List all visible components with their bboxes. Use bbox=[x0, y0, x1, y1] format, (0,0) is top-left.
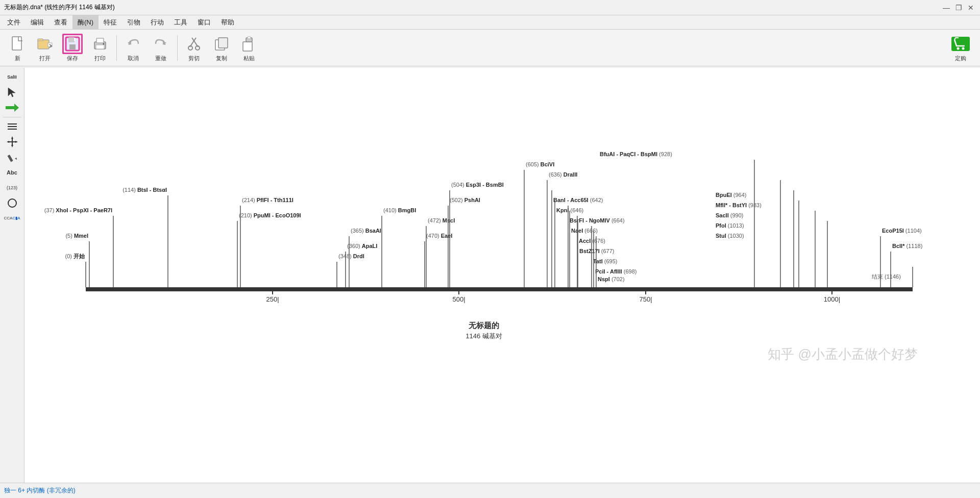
svg-text:(504) Esp3I - BsmBI: (504) Esp3I - BsmBI bbox=[451, 182, 504, 188]
print-label: 打印 bbox=[94, 55, 106, 62]
new-button[interactable]: 新 bbox=[4, 33, 31, 63]
dna-baseline bbox=[86, 287, 913, 291]
svg-rect-21 bbox=[243, 42, 252, 51]
svg-text:250|: 250| bbox=[266, 295, 279, 303]
sidebar-item-pencil[interactable] bbox=[2, 150, 22, 164]
paste-label: 粘贴 bbox=[243, 55, 255, 62]
svg-text:(0) 开始: (0) 开始 bbox=[65, 253, 86, 259]
svg-text:无标题的: 无标题的 bbox=[468, 321, 499, 330]
print-button[interactable]: 打印 bbox=[87, 33, 113, 63]
svg-text:(37) XhoI - PspXI - PaeR7I: (37) XhoI - PspXI - PaeR7I bbox=[44, 207, 112, 213]
svg-text:500|: 500| bbox=[452, 295, 465, 303]
svg-text:BstZ17I (677): BstZ17I (677) bbox=[579, 248, 615, 254]
svg-text:StuI (1030): StuI (1030) bbox=[716, 233, 744, 239]
svg-text:PciI - AflIII (698): PciI - AflIII (698) bbox=[595, 268, 637, 275]
svg-rect-0 bbox=[12, 37, 21, 50]
bottom-status: 独一 6+ 内切酶 (非冗余的) bbox=[0, 483, 980, 498]
svg-text:(636) DraIII: (636) DraIII bbox=[549, 171, 577, 178]
sidebar-item-abc[interactable]: Abc bbox=[2, 165, 22, 180]
svg-rect-8 bbox=[74, 38, 76, 41]
sidebar-item-cca[interactable]: CCAC▮A bbox=[2, 211, 22, 226]
titlebar: 无标题的.dna* (线性的序列 1146 碱基对) — ❐ ✕ bbox=[0, 0, 980, 15]
svg-text:(360) ApaLI: (360) ApaLI bbox=[347, 243, 377, 249]
print-icon bbox=[90, 34, 110, 54]
menu-edit[interactable]: 编辑 bbox=[26, 15, 49, 29]
new-icon bbox=[7, 34, 28, 54]
svg-rect-7 bbox=[69, 44, 76, 49]
menu-action[interactable]: 行动 bbox=[145, 15, 169, 29]
svg-marker-27 bbox=[8, 88, 15, 97]
svg-marker-40 bbox=[15, 158, 17, 160]
copy-icon bbox=[211, 34, 232, 54]
svg-rect-39 bbox=[7, 155, 13, 162]
svg-text:EcoP15I (1104): EcoP15I (1104) bbox=[882, 228, 922, 234]
svg-text:(348) DrdI: (348) DrdI bbox=[338, 253, 364, 259]
svg-point-41 bbox=[8, 199, 16, 207]
svg-text:1000|: 1000| bbox=[824, 295, 840, 303]
salii-icon: SalII bbox=[5, 71, 20, 83]
paste-button[interactable]: 粘贴 bbox=[236, 33, 262, 63]
cart-button[interactable]: 定购 bbox=[945, 33, 976, 63]
svg-text:1146 碱基对: 1146 碱基对 bbox=[465, 332, 502, 340]
sidebar-item-arrow[interactable] bbox=[2, 101, 22, 115]
svg-text:(210) PpuMI - EcoO109I: (210) PpuMI - EcoO109I bbox=[239, 212, 301, 218]
maximize-button[interactable]: ❐ bbox=[953, 3, 964, 13]
svg-marker-38 bbox=[15, 141, 18, 143]
menu-enzyme[interactable]: 酶(N) bbox=[72, 15, 99, 29]
save-label: 保存 bbox=[67, 55, 78, 62]
cart-label: 定购 bbox=[955, 55, 966, 62]
svg-marker-37 bbox=[7, 141, 9, 143]
sidebar-item-123[interactable]: (123) bbox=[2, 181, 22, 195]
sidebar-item-select[interactable] bbox=[2, 85, 22, 99]
cut-label: 剪切 bbox=[188, 55, 200, 62]
undo-button[interactable]: 取消 bbox=[120, 33, 146, 63]
paste-icon bbox=[239, 34, 259, 54]
open-icon bbox=[35, 34, 55, 54]
svg-point-12 bbox=[103, 43, 105, 44]
svg-text:(502) PshAI: (502) PshAI bbox=[450, 197, 480, 203]
svg-rect-24 bbox=[951, 37, 970, 51]
save-button[interactable]: 保存 bbox=[59, 33, 86, 63]
menu-primer[interactable]: 引物 bbox=[122, 15, 145, 29]
pencil-icon bbox=[5, 152, 20, 163]
svg-text:AccI (676): AccI (676) bbox=[579, 238, 605, 244]
svg-text:BfuAI - PaqCI - BspMI (928): BfuAI - PaqCI - BspMI (928) bbox=[600, 151, 672, 157]
menubar: 文件 编辑 查看 酶(N) 特征 引物 行动 工具 窗口 帮助 bbox=[0, 15, 980, 30]
sidebar-divider-1 bbox=[3, 117, 21, 117]
sidebar-item-circle[interactable] bbox=[2, 196, 22, 210]
redo-icon bbox=[151, 34, 171, 54]
plus-arrows-icon bbox=[5, 136, 20, 147]
circle-icon bbox=[5, 197, 20, 209]
restriction-map: 250| 500| 750| 1000| 无标题的 1146 碱基对 (0) 开… bbox=[24, 68, 980, 483]
title-text: 无标题的.dna* (线性的序列 1146 碱基对) bbox=[4, 3, 115, 12]
menu-view[interactable]: 查看 bbox=[49, 15, 72, 29]
minimize-button[interactable]: — bbox=[941, 3, 951, 13]
copy-button[interactable]: 复制 bbox=[208, 33, 235, 63]
abc-icon: Abc bbox=[5, 167, 20, 178]
123-icon: (123) bbox=[5, 182, 20, 193]
open-button[interactable]: 打开 bbox=[32, 33, 58, 63]
svg-marker-29 bbox=[14, 104, 19, 112]
svg-text:BanI - Acc65I (642): BanI - Acc65I (642) bbox=[553, 197, 603, 203]
svg-marker-35 bbox=[11, 136, 13, 139]
svg-rect-23 bbox=[248, 37, 251, 39]
menu-help[interactable]: 帮助 bbox=[216, 15, 239, 29]
menu-tools[interactable]: 工具 bbox=[169, 15, 192, 29]
menu-window[interactable]: 窗口 bbox=[192, 15, 216, 29]
menu-feature[interactable]: 特征 bbox=[99, 15, 122, 29]
svg-rect-3 bbox=[38, 39, 43, 41]
svg-rect-28 bbox=[6, 106, 15, 109]
menu-file[interactable]: 文件 bbox=[2, 15, 26, 29]
cut-button[interactable]: 剪切 bbox=[181, 33, 207, 63]
close-button[interactable]: ✕ bbox=[966, 3, 976, 13]
sidebar-item-lines[interactable] bbox=[2, 119, 22, 134]
sidebar-item-salii[interactable]: SalII bbox=[2, 70, 22, 84]
separator-1 bbox=[116, 35, 117, 61]
redo-button[interactable]: 重做 bbox=[148, 33, 174, 63]
svg-text:(365) BsaAI: (365) BsaAI bbox=[351, 228, 381, 234]
arrow-icon bbox=[5, 102, 20, 113]
svg-text:750|: 750| bbox=[639, 295, 652, 303]
sidebar-item-plus-arrows[interactable] bbox=[2, 135, 22, 149]
undo-label: 取消 bbox=[128, 55, 139, 62]
svg-text:结束 (1146): 结束 (1146) bbox=[872, 273, 901, 280]
